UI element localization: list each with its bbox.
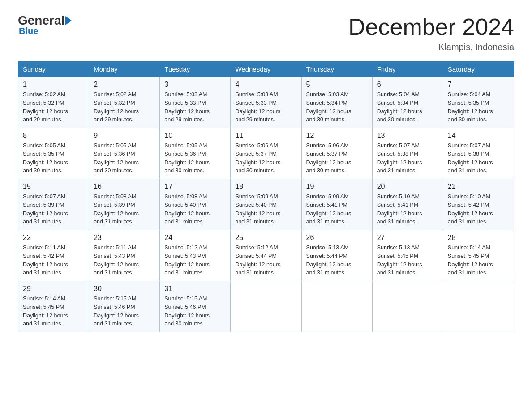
day-info: Sunrise: 5:06 AMSunset: 5:37 PMDaylight:… (235, 142, 280, 174)
day-number: 15 (23, 183, 84, 191)
day-number: 25 (235, 234, 296, 242)
calendar-header-row: SundayMondayTuesdayWednesdayThursdayFrid… (18, 62, 514, 77)
logo-blue-text: Blue (19, 26, 38, 36)
day-number: 1 (23, 81, 84, 89)
day-number: 6 (377, 81, 438, 89)
day-info: Sunrise: 5:10 AMSunset: 5:41 PMDaylight:… (377, 193, 422, 225)
calendar-cell: 11 Sunrise: 5:06 AMSunset: 5:37 PMDaylig… (231, 128, 301, 179)
day-info: Sunrise: 5:07 AMSunset: 5:38 PMDaylight:… (377, 142, 422, 174)
calendar-cell: 31 Sunrise: 5:15 AMSunset: 5:46 PMDaylig… (160, 281, 231, 332)
day-number: 2 (94, 81, 155, 89)
calendar-week-row: 1 Sunrise: 5:02 AMSunset: 5:32 PMDayligh… (18, 77, 514, 128)
day-info: Sunrise: 5:11 AMSunset: 5:43 PMDaylight:… (94, 244, 139, 276)
day-info: Sunrise: 5:03 AMSunset: 5:33 PMDaylight:… (235, 91, 280, 123)
day-info: Sunrise: 5:07 AMSunset: 5:38 PMDaylight:… (448, 142, 493, 174)
calendar-cell: 12 Sunrise: 5:06 AMSunset: 5:37 PMDaylig… (301, 128, 372, 179)
location-subtitle: Klampis, Indonesia (348, 42, 514, 52)
calendar-cell (443, 281, 514, 332)
day-info: Sunrise: 5:13 AMSunset: 5:45 PMDaylight:… (377, 244, 422, 276)
day-number: 18 (235, 183, 296, 191)
logo: General Blue (18, 13, 73, 36)
day-info: Sunrise: 5:06 AMSunset: 5:37 PMDaylight:… (306, 142, 352, 174)
day-info: Sunrise: 5:11 AMSunset: 5:42 PMDaylight:… (23, 244, 68, 276)
calendar-week-row: 22 Sunrise: 5:11 AMSunset: 5:42 PMDaylig… (18, 230, 514, 281)
day-number: 16 (94, 183, 155, 191)
calendar-cell: 5 Sunrise: 5:03 AMSunset: 5:34 PMDayligh… (301, 77, 372, 128)
day-info: Sunrise: 5:13 AMSunset: 5:44 PMDaylight:… (306, 244, 352, 276)
col-header-sunday: Sunday (18, 62, 89, 77)
calendar-week-row: 8 Sunrise: 5:05 AMSunset: 5:35 PMDayligh… (18, 128, 514, 179)
col-header-friday: Friday (372, 62, 443, 77)
col-header-monday: Monday (89, 62, 160, 77)
day-number: 29 (23, 285, 84, 293)
day-info: Sunrise: 5:05 AMSunset: 5:35 PMDaylight:… (23, 142, 68, 174)
calendar-week-row: 29 Sunrise: 5:14 AMSunset: 5:45 PMDaylig… (18, 281, 514, 332)
calendar-table: SundayMondayTuesdayWednesdayThursdayFrid… (18, 61, 514, 332)
calendar-cell: 14 Sunrise: 5:07 AMSunset: 5:38 PMDaylig… (443, 128, 514, 179)
calendar-cell: 7 Sunrise: 5:04 AMSunset: 5:35 PMDayligh… (443, 77, 514, 128)
day-info: Sunrise: 5:09 AMSunset: 5:41 PMDaylight:… (306, 193, 352, 225)
day-number: 13 (377, 132, 438, 140)
day-number: 8 (23, 132, 84, 140)
calendar-cell: 29 Sunrise: 5:14 AMSunset: 5:45 PMDaylig… (18, 281, 89, 332)
day-number: 5 (306, 81, 368, 89)
calendar-cell: 30 Sunrise: 5:15 AMSunset: 5:46 PMDaylig… (89, 281, 160, 332)
calendar-cell: 27 Sunrise: 5:13 AMSunset: 5:45 PMDaylig… (372, 230, 443, 281)
calendar-cell: 26 Sunrise: 5:13 AMSunset: 5:44 PMDaylig… (301, 230, 372, 281)
day-number: 22 (23, 234, 84, 242)
calendar-cell: 18 Sunrise: 5:09 AMSunset: 5:40 PMDaylig… (231, 179, 301, 230)
col-header-wednesday: Wednesday (231, 62, 301, 77)
calendar-cell (231, 281, 301, 332)
day-number: 31 (164, 285, 226, 293)
calendar-cell: 6 Sunrise: 5:04 AMSunset: 5:34 PMDayligh… (372, 77, 443, 128)
day-number: 27 (377, 234, 438, 242)
calendar-cell: 28 Sunrise: 5:14 AMSunset: 5:45 PMDaylig… (443, 230, 514, 281)
calendar-cell (372, 281, 443, 332)
calendar-cell: 23 Sunrise: 5:11 AMSunset: 5:43 PMDaylig… (89, 230, 160, 281)
calendar-cell: 13 Sunrise: 5:07 AMSunset: 5:38 PMDaylig… (372, 128, 443, 179)
day-info: Sunrise: 5:14 AMSunset: 5:45 PMDaylight:… (448, 244, 493, 276)
day-number: 12 (306, 132, 368, 140)
day-number: 9 (94, 132, 155, 140)
day-info: Sunrise: 5:15 AMSunset: 5:46 PMDaylight:… (94, 295, 139, 327)
day-info: Sunrise: 5:08 AMSunset: 5:40 PMDaylight:… (164, 193, 210, 225)
calendar-cell: 2 Sunrise: 5:02 AMSunset: 5:32 PMDayligh… (89, 77, 160, 128)
calendar-cell: 1 Sunrise: 5:02 AMSunset: 5:32 PMDayligh… (18, 77, 89, 128)
day-number: 21 (448, 183, 509, 191)
day-info: Sunrise: 5:12 AMSunset: 5:43 PMDaylight:… (164, 244, 210, 276)
calendar-cell: 16 Sunrise: 5:08 AMSunset: 5:39 PMDaylig… (89, 179, 160, 230)
day-info: Sunrise: 5:10 AMSunset: 5:42 PMDaylight:… (448, 193, 493, 225)
calendar-cell: 4 Sunrise: 5:03 AMSunset: 5:33 PMDayligh… (231, 77, 301, 128)
day-info: Sunrise: 5:05 AMSunset: 5:36 PMDaylight:… (94, 142, 139, 174)
col-header-tuesday: Tuesday (160, 62, 231, 77)
day-info: Sunrise: 5:02 AMSunset: 5:32 PMDaylight:… (23, 91, 68, 123)
day-info: Sunrise: 5:15 AMSunset: 5:46 PMDaylight:… (164, 295, 210, 327)
day-number: 19 (306, 183, 368, 191)
calendar-cell: 17 Sunrise: 5:08 AMSunset: 5:40 PMDaylig… (160, 179, 231, 230)
calendar-cell: 15 Sunrise: 5:07 AMSunset: 5:39 PMDaylig… (18, 179, 89, 230)
day-number: 10 (164, 132, 226, 140)
day-number: 24 (164, 234, 226, 242)
day-info: Sunrise: 5:05 AMSunset: 5:36 PMDaylight:… (164, 142, 210, 174)
day-info: Sunrise: 5:09 AMSunset: 5:40 PMDaylight:… (235, 193, 280, 225)
day-info: Sunrise: 5:02 AMSunset: 5:32 PMDaylight:… (94, 91, 139, 123)
day-info: Sunrise: 5:14 AMSunset: 5:45 PMDaylight:… (23, 295, 68, 327)
day-number: 11 (235, 132, 296, 140)
day-info: Sunrise: 5:03 AMSunset: 5:34 PMDaylight:… (306, 91, 352, 123)
day-number: 20 (377, 183, 438, 191)
day-number: 23 (94, 234, 155, 242)
day-number: 7 (448, 81, 509, 89)
day-number: 4 (235, 81, 296, 89)
calendar-cell: 9 Sunrise: 5:05 AMSunset: 5:36 PMDayligh… (89, 128, 160, 179)
day-number: 26 (306, 234, 368, 242)
calendar-cell (301, 281, 372, 332)
day-number: 30 (94, 285, 155, 293)
day-info: Sunrise: 5:04 AMSunset: 5:35 PMDaylight:… (448, 91, 493, 123)
day-number: 14 (448, 132, 509, 140)
logo-arrow-icon (65, 16, 72, 25)
day-info: Sunrise: 5:07 AMSunset: 5:39 PMDaylight:… (23, 193, 68, 225)
day-info: Sunrise: 5:08 AMSunset: 5:39 PMDaylight:… (94, 193, 139, 225)
calendar-cell: 20 Sunrise: 5:10 AMSunset: 5:41 PMDaylig… (372, 179, 443, 230)
calendar-cell: 3 Sunrise: 5:03 AMSunset: 5:33 PMDayligh… (160, 77, 231, 128)
calendar-cell: 19 Sunrise: 5:09 AMSunset: 5:41 PMDaylig… (301, 179, 372, 230)
